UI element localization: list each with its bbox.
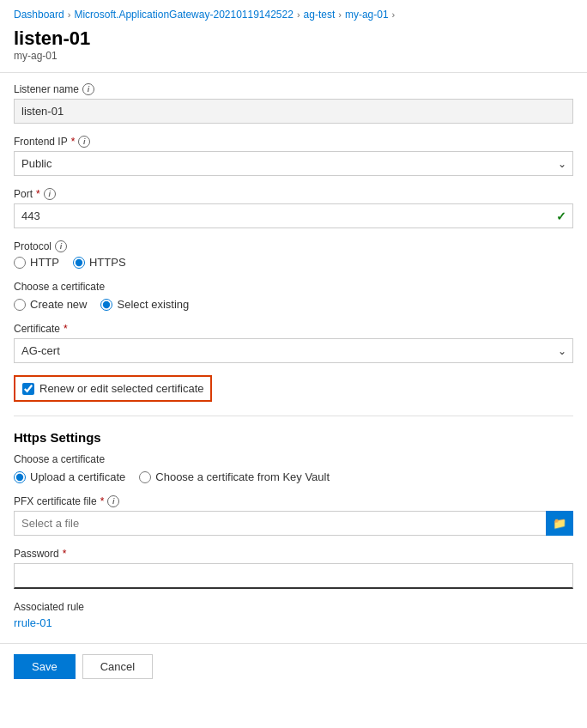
pfx-file-label: PFX certificate file * i (14, 495, 573, 507)
certificate-group: Certificate * AG-cert ⌄ (14, 323, 573, 363)
keyvault-cert-label: Choose a certificate from Key Vault (155, 470, 330, 483)
port-group: Port * i ✓ (14, 188, 573, 228)
create-new-radio[interactable] (14, 299, 26, 311)
page-title: listen-01 (0, 26, 587, 50)
associated-rule-group: Associated rule rrule-01 (14, 601, 573, 629)
select-existing-radio[interactable] (100, 299, 112, 311)
keyvault-cert-option[interactable]: Choose a certificate from Key Vault (139, 470, 330, 483)
create-new-option[interactable]: Create new (14, 298, 87, 311)
folder-icon: 📁 (553, 517, 566, 530)
upload-cert-option[interactable]: Upload a certificate (14, 470, 125, 483)
protocol-radio-group: HTTP HTTPS (14, 256, 573, 269)
port-check-icon: ✓ (556, 209, 566, 223)
protocol-https-option[interactable]: HTTPS (73, 256, 126, 269)
pfx-file-browse-button[interactable]: 📁 (546, 511, 573, 536)
breadcrumb-sep-4: › (392, 9, 396, 20)
form-container: Listener name i Frontend IP * i Public P… (0, 83, 587, 629)
protocol-https-radio[interactable] (73, 257, 85, 269)
password-group: Password * (14, 548, 573, 589)
frontend-ip-wrapper: Public Private ⌄ (14, 151, 573, 176)
breadcrumb-sep-1: › (68, 9, 71, 20)
https-settings-title: Https Settings (14, 430, 573, 445)
action-buttons: Save Cancel (0, 654, 587, 696)
port-wrapper: ✓ (14, 203, 573, 228)
certificate-select[interactable]: AG-cert (14, 338, 573, 363)
select-existing-option[interactable]: Select existing (100, 298, 189, 311)
save-button[interactable]: Save (14, 654, 76, 679)
section-divider-1 (14, 416, 573, 416)
cancel-button[interactable]: Cancel (82, 654, 153, 679)
protocol-https-label: HTTPS (89, 256, 126, 269)
breadcrumb: Dashboard › Microsoft.ApplicationGateway… (0, 0, 587, 26)
associated-rule-link[interactable]: rrule-01 (14, 616, 52, 629)
pfx-file-info-icon[interactable]: i (107, 495, 119, 507)
choose-cert-radio-group: Create new Select existing (14, 298, 573, 311)
upload-cert-label: Upload a certificate (30, 470, 125, 483)
protocol-http-option[interactable]: HTTP (14, 256, 59, 269)
renew-edit-group: Renew or edit selected certificate (14, 375, 573, 402)
pfx-file-group: PFX certificate file * i 📁 (14, 495, 573, 536)
keyvault-cert-radio[interactable] (139, 471, 151, 483)
listener-name-label: Listener name i (14, 83, 573, 95)
breadcrumb-sep-3: › (338, 9, 342, 20)
renew-edit-label: Renew or edit selected certificate (39, 382, 203, 395)
password-label: Password * (14, 548, 573, 560)
frontend-ip-group: Frontend IP * i Public Private ⌄ (14, 136, 573, 176)
certificate-label: Certificate * (14, 323, 573, 335)
password-input[interactable] (14, 563, 573, 589)
breadcrumb-dashboard[interactable]: Dashboard (14, 9, 64, 21)
listener-name-info-icon[interactable]: i (82, 83, 94, 95)
https-choose-cert-label: Choose a certificate (14, 453, 573, 465)
title-divider (0, 72, 587, 73)
renew-edit-checkbox-label[interactable]: Renew or edit selected certificate (14, 375, 212, 402)
associated-rule-label: Associated rule (14, 601, 573, 613)
choose-cert-label: Choose a certificate (14, 281, 573, 293)
protocol-label: Protocol i (14, 240, 573, 252)
protocol-http-radio[interactable] (14, 257, 26, 269)
pfx-file-input[interactable] (14, 511, 546, 536)
port-info-icon[interactable]: i (44, 188, 56, 200)
protocol-info-icon[interactable]: i (55, 240, 67, 252)
breadcrumb-sep-2: › (297, 9, 300, 20)
https-settings-group: Https Settings Choose a certificate Uplo… (14, 430, 573, 483)
listener-name-input[interactable] (14, 99, 573, 124)
port-input[interactable] (14, 203, 573, 228)
frontend-ip-info-icon[interactable]: i (78, 136, 90, 148)
listener-name-group: Listener name i (14, 83, 573, 124)
choose-cert-group: Choose a certificate Create new Select e… (14, 281, 573, 311)
renew-edit-checkbox[interactable] (22, 383, 34, 395)
upload-cert-radio[interactable] (14, 471, 26, 483)
https-cert-radio-group: Upload a certificate Choose a certificat… (14, 470, 573, 483)
breadcrumb-gateway[interactable]: Microsoft.ApplicationGateway-20210119142… (74, 9, 294, 21)
page-subtitle: my-ag-01 (0, 50, 587, 72)
protocol-http-label: HTTP (30, 256, 59, 269)
bottom-divider (0, 643, 587, 644)
pfx-file-wrapper: 📁 (14, 511, 573, 536)
port-label: Port * i (14, 188, 573, 200)
create-new-label: Create new (30, 298, 87, 311)
select-existing-label: Select existing (117, 298, 189, 311)
frontend-ip-label: Frontend IP * i (14, 136, 573, 148)
breadcrumb-agtest[interactable]: ag-test (304, 9, 336, 21)
frontend-ip-select[interactable]: Public Private (14, 151, 573, 176)
breadcrumb-myag[interactable]: my-ag-01 (345, 9, 389, 21)
protocol-group: Protocol i HTTP HTTPS (14, 240, 573, 269)
certificate-wrapper: AG-cert ⌄ (14, 338, 573, 363)
